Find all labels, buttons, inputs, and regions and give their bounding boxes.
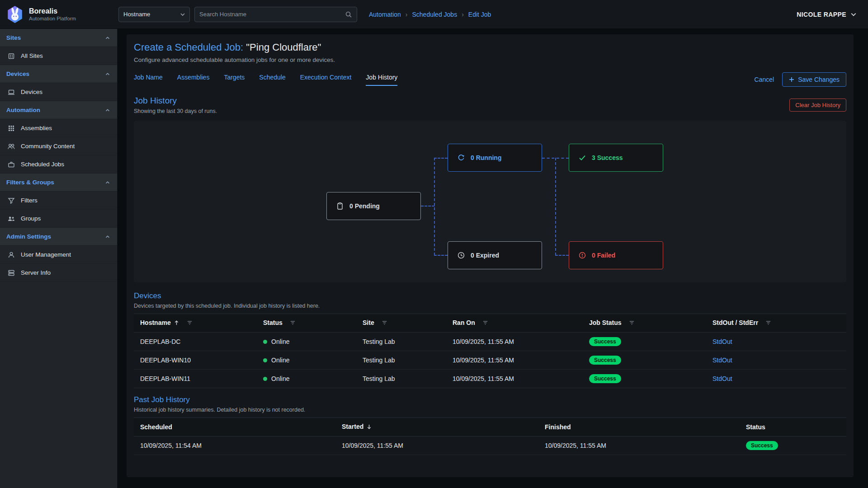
hostname-dropdown[interactable]: Hostname [118, 7, 190, 22]
user-name: NICOLE RAPPE [797, 11, 846, 18]
stdout-link[interactable]: StdOut [712, 357, 732, 364]
breadcrumb-automation[interactable]: Automation [369, 11, 401, 18]
sidebar-item-all-sites[interactable]: All Sites [0, 47, 117, 65]
main-content: Create a Scheduled Job: "Ping Cloudflare… [118, 29, 868, 488]
sidebar-item-community-content[interactable]: Community Content [0, 137, 117, 155]
stdout-link[interactable]: StdOut [712, 375, 732, 382]
plus-icon [789, 77, 794, 82]
clock-icon [457, 251, 465, 259]
sidebar-section-label: Sites [6, 34, 21, 41]
expired-status-box: 0 Expired [448, 241, 542, 269]
user-menu[interactable]: NICOLE RAPPE [797, 11, 856, 18]
top-header: Borealis Automation Platform Hostname Au… [0, 0, 868, 29]
pending-count-label: 0 Pending [349, 202, 380, 210]
site-cell: Testing Lab [359, 333, 449, 351]
status-badge: Success [589, 356, 621, 365]
col-hostname[interactable]: Hostname [134, 314, 259, 333]
finished-cell: 10/09/2025, 11:55 AM [541, 436, 742, 455]
job-history-heading: Job History [134, 96, 217, 106]
breadcrumb-edit-job[interactable]: Edit Job [468, 11, 491, 18]
sidebar: Sites All Sites Devices Devices Automati… [0, 29, 118, 488]
save-changes-button[interactable]: Save Changes [782, 72, 846, 87]
past-job-history-heading: Past Job History [134, 395, 846, 404]
devices-section: Devices Devices targeted by this schedul… [134, 291, 846, 388]
col-finished[interactable]: Finished [541, 418, 742, 436]
tab-job-name[interactable]: Job Name [134, 74, 163, 86]
filter-list-icon[interactable] [187, 320, 193, 327]
col-label: Started [342, 423, 363, 430]
flow-connector [434, 255, 448, 256]
sidebar-item-label: Devices [21, 89, 42, 95]
breadcrumb-scheduled-jobs[interactable]: Scheduled Jobs [412, 11, 458, 18]
tab-job-history[interactable]: Job History [366, 74, 397, 86]
col-status[interactable]: Status [742, 418, 846, 436]
breadcrumb-separator: › [462, 11, 464, 18]
brand-text: Borealis Automation Platform [29, 7, 76, 21]
sidebar-item-label: Scheduled Jobs [21, 161, 64, 168]
chevron-up-icon [104, 234, 111, 240]
tab-schedule[interactable]: Schedule [259, 74, 285, 86]
sidebar-item-server-info[interactable]: Server Info [0, 264, 117, 282]
sidebar-item-user-management[interactable]: User Management [0, 246, 117, 264]
failed-count-label: 0 Failed [592, 252, 615, 259]
search-input[interactable] [199, 11, 345, 18]
col-label: Ran On [453, 319, 475, 326]
tab-execution-context[interactable]: Execution Context [300, 74, 352, 86]
col-ran-on[interactable]: Ran On [449, 314, 585, 333]
page-title-prefix: Create a Scheduled Job: [134, 42, 243, 53]
alert-icon [578, 251, 586, 259]
col-status[interactable]: Status [259, 314, 359, 333]
table-row: DEEPLAB-WIN10 Online Testing Lab 10/09/2… [134, 351, 846, 370]
sidebar-section-label: Automation [6, 107, 40, 113]
clear-job-history-button[interactable]: Clear Job History [789, 99, 846, 112]
status-cell: Online [259, 333, 359, 351]
filter-list-icon[interactable] [629, 320, 635, 327]
col-label: Status [263, 319, 283, 326]
tab-targets[interactable]: Targets [224, 74, 245, 86]
past-job-history-subheading: Historical job history summaries. Detail… [134, 407, 846, 413]
flow-connector [555, 158, 556, 255]
col-job-status[interactable]: Job Status [585, 314, 709, 333]
filter-list-icon[interactable] [765, 320, 771, 327]
community-icon [7, 142, 15, 150]
search-icon[interactable] [345, 11, 352, 18]
col-site[interactable]: Site [359, 314, 449, 333]
col-label: Finished [545, 423, 571, 431]
filter-list-icon[interactable] [382, 320, 387, 327]
status-cell: Online [259, 370, 359, 388]
page-subtitle: Configure advanced schedulable automatio… [134, 56, 846, 63]
tab-bar: Job Name Assemblies Targets Schedule Exe… [134, 74, 397, 86]
sidebar-item-scheduled-jobs[interactable]: Scheduled Jobs [0, 155, 117, 174]
site-cell: Testing Lab [359, 351, 449, 370]
cancel-button[interactable]: Cancel [755, 76, 774, 83]
sidebar-section-filters-groups[interactable]: Filters & Groups [0, 174, 117, 192]
filter-list-icon[interactable] [290, 320, 296, 327]
sidebar-item-label: Filters [21, 197, 38, 204]
tab-assemblies[interactable]: Assemblies [177, 74, 210, 86]
sidebar-item-filters[interactable]: Filters [0, 192, 117, 210]
sidebar-item-groups[interactable]: Groups [0, 210, 117, 228]
sidebar-item-assemblies[interactable]: Assemblies [0, 119, 117, 137]
past-job-history-table: Scheduled Started Finished Status 10/09/… [134, 418, 846, 455]
tabs-row: Job Name Assemblies Targets Schedule Exe… [134, 72, 846, 87]
sort-asc-icon[interactable] [174, 320, 179, 327]
stdout-cell: StdOut [709, 370, 846, 388]
sidebar-item-label: User Management [21, 251, 71, 258]
running-count-label: 0 Running [471, 154, 501, 161]
filter-list-icon[interactable] [482, 320, 488, 327]
sidebar-section-automation[interactable]: Automation [0, 101, 117, 119]
sidebar-section-sites[interactable]: Sites [0, 29, 117, 47]
hostname-cell: DEEPLAB-DC [134, 333, 259, 351]
col-scheduled[interactable]: Scheduled [134, 418, 338, 436]
sidebar-item-devices[interactable]: Devices [0, 83, 117, 101]
table-row: DEEPLAB-DC Online Testing Lab 10/09/2025… [134, 333, 846, 351]
col-stdout-stderr[interactable]: StdOut / StdErr [709, 314, 846, 333]
scheduled-cell: 10/09/2025, 11:54 AM [134, 436, 338, 455]
col-started[interactable]: Started [338, 418, 541, 436]
stdout-link[interactable]: StdOut [712, 338, 732, 345]
hostname-cell: DEEPLAB-WIN10 [134, 351, 259, 370]
briefcase-icon [7, 160, 15, 169]
sort-desc-icon[interactable] [366, 424, 372, 431]
sidebar-section-devices[interactable]: Devices [0, 65, 117, 83]
sidebar-section-admin-settings[interactable]: Admin Settings [0, 228, 117, 246]
